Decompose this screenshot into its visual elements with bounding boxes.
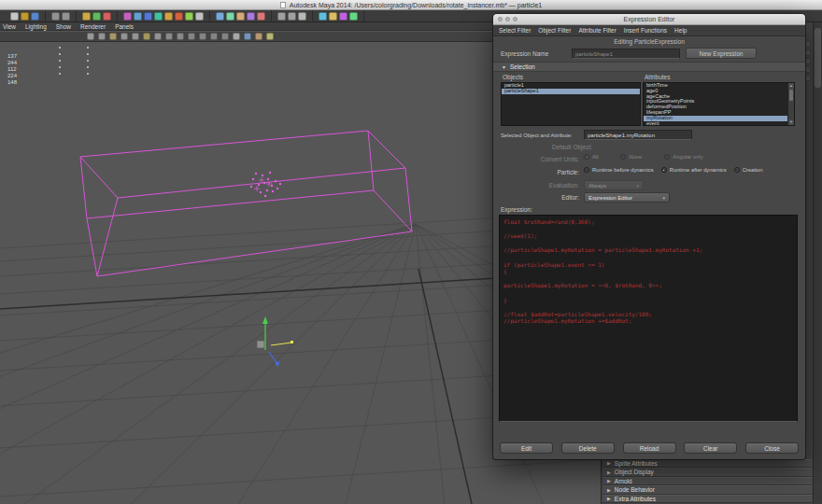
snap-point-icon[interactable]	[236, 12, 245, 21]
expression-editor-titlebar[interactable]: Expression Editor	[493, 14, 805, 25]
make-live-icon[interactable]	[257, 12, 265, 21]
input-connections-icon[interactable]	[277, 12, 286, 21]
construction-history-icon[interactable]	[298, 12, 306, 21]
attributes-list[interactable]: birthTimeage0ageCacheinputGeometryPoints…	[643, 82, 795, 126]
snap-grid-icon[interactable]	[216, 12, 224, 21]
delete-button[interactable]: Delete	[561, 442, 615, 454]
radio-angular-only[interactable]: Angular only	[664, 154, 702, 160]
grease-pencil-icon[interactable]	[143, 33, 150, 40]
deformation-mask-icon[interactable]	[154, 12, 163, 21]
textured-mode-icon[interactable]	[255, 33, 262, 40]
ee-menu-select-filter[interactable]: Select Filter	[499, 27, 531, 34]
viewport-menu-renderer[interactable]: Renderer	[80, 23, 106, 30]
shaded-mode-icon[interactable]	[244, 33, 251, 40]
scrollbar-thumb[interactable]	[815, 28, 821, 88]
misc-mask-icon[interactable]	[185, 12, 193, 21]
object-item-particleshape1[interactable]: particleShape1	[502, 89, 640, 94]
expression-code-editor[interactable]: float $rotRand=rand(0,360); //seed(1); /…	[500, 216, 797, 328]
scroll-down-icon[interactable]: ▼	[788, 119, 794, 125]
radio-creation[interactable]: Creation	[734, 167, 763, 173]
lighting-mode-icon[interactable]	[266, 33, 274, 40]
clear-button[interactable]: Clear	[684, 442, 737, 454]
viewport-menu-show[interactable]: Show	[56, 23, 71, 30]
x-axis-handle[interactable]	[271, 343, 291, 345]
attr-section-node-behavior[interactable]: ▶Node Behavior	[602, 485, 812, 495]
point-mask-icon[interactable]	[123, 12, 132, 21]
render-current-frame-icon[interactable]	[329, 12, 337, 21]
radio-runtime-before-dynamics[interactable]: Runtime before dynamics	[584, 167, 654, 173]
select-object-icon[interactable]	[92, 12, 101, 21]
ee-menu-help[interactable]: Help	[674, 27, 687, 34]
editor-dropdown[interactable]: Expression Editor ▾	[584, 192, 670, 203]
curve-mask-icon[interactable]	[134, 12, 142, 21]
render-view-icon[interactable]	[319, 12, 327, 21]
attr-section-sprite-attributes[interactable]: ▶Sprite Attributes	[602, 459, 812, 469]
rendering-mask-icon[interactable]	[175, 12, 183, 21]
maya-window: Autodesk Maya 2014: /Users/colorgrading/…	[0, 0, 822, 504]
selection-section-header[interactable]: ▼ Selection	[493, 62, 805, 72]
image-plane-icon[interactable]	[120, 33, 128, 40]
objects-list[interactable]: particle1particleShape1	[501, 82, 641, 126]
output-connections-icon[interactable]	[288, 12, 296, 21]
particle-cloud[interactable]	[250, 172, 281, 197]
new-expression-button[interactable]: New Expression	[686, 48, 757, 59]
film-gate-icon[interactable]	[165, 33, 173, 40]
radio-all[interactable]: All	[584, 154, 598, 160]
ee-menu-attribute-filter[interactable]: Attribute Filter	[578, 27, 616, 34]
attr-section-arnold[interactable]: ▶Arnold	[602, 477, 812, 486]
attribute-panel-scrollbar[interactable]	[813, 22, 822, 504]
dynamics-mask-icon[interactable]	[164, 12, 173, 21]
snap-plane-icon[interactable]	[247, 12, 255, 21]
ee-menu-insert-functions[interactable]: Insert Functions	[624, 27, 667, 34]
save-scene-icon[interactable]	[31, 12, 39, 21]
highlight-mask-icon[interactable]	[195, 12, 204, 21]
evaluation-dropdown[interactable]: Always ▾	[584, 180, 644, 190]
viewport-menu-panels[interactable]: Panels	[115, 23, 134, 30]
attributes-list-scrollbar[interactable]: ▲ ▼	[787, 83, 794, 125]
camera-lock-icon[interactable]	[87, 33, 94, 40]
selected-box-wireframe[interactable]	[80, 131, 412, 276]
bookmark-icon[interactable]	[109, 33, 117, 40]
close-button[interactable]: Close	[745, 442, 799, 454]
viewport-menu-view[interactable]: View	[3, 23, 16, 30]
surface-mask-icon[interactable]	[144, 12, 152, 21]
attribute-item-event[interactable]: event	[644, 121, 787, 126]
window-titlebar[interactable]: Autodesk Maya 2014: /Users/colorgrading/…	[0, 0, 822, 10]
undo-icon[interactable]	[51, 12, 60, 21]
snap-curve-icon[interactable]	[226, 12, 234, 21]
radio-none[interactable]: None	[620, 154, 642, 160]
radio-runtime-after-dynamics[interactable]: Runtime after dynamics	[661, 167, 727, 173]
ee-menu-object-filter[interactable]: Object Filter	[538, 27, 571, 34]
manipulator-center-handle[interactable]	[257, 341, 264, 348]
attr-section-object-display[interactable]: ▶Object Display	[602, 468, 812, 477]
two-d-pan-zoom-icon[interactable]	[132, 33, 139, 40]
camera-attributes-icon[interactable]	[98, 33, 106, 40]
edit-button[interactable]: Edit	[500, 442, 553, 454]
reload-button[interactable]: Reload	[623, 442, 676, 454]
collapse-triangle-icon: ▼	[502, 64, 506, 70]
gate-mask-icon[interactable]	[188, 33, 195, 40]
ipr-render-icon[interactable]	[339, 12, 347, 21]
scrollbar-thumb[interactable]	[789, 90, 793, 101]
attr-section-label: Sprite Attributes	[615, 460, 658, 467]
selected-attribute-field[interactable]: particleShape1.myRotation	[584, 130, 692, 140]
hud-marker-icon	[87, 47, 89, 49]
hud-row: 112	[7, 58, 110, 64]
select-hierarchy-icon[interactable]	[82, 12, 91, 21]
wireframe-mode-icon[interactable]	[233, 33, 240, 40]
scroll-up-icon[interactable]: ▲	[788, 83, 794, 89]
resolution-gate-icon[interactable]	[177, 33, 184, 40]
hud-overlay: 137244112224148	[7, 45, 110, 77]
attr-section-extra-attributes[interactable]: ▶Extra Attributes	[602, 495, 812, 504]
safe-title-icon[interactable]	[221, 33, 229, 40]
safe-action-icon[interactable]	[210, 33, 218, 40]
render-settings-icon[interactable]	[349, 12, 358, 21]
viewport-menu-lighting[interactable]: Lighting	[25, 23, 47, 30]
expression-name-field[interactable]: particleShape1	[572, 49, 680, 59]
grid-toggle-icon[interactable]	[154, 33, 162, 40]
new-scene-icon[interactable]	[10, 12, 19, 21]
field-chart-icon[interactable]	[199, 33, 206, 40]
select-component-icon[interactable]	[103, 12, 111, 21]
redo-icon[interactable]	[62, 12, 70, 21]
open-scene-icon[interactable]	[21, 12, 29, 21]
